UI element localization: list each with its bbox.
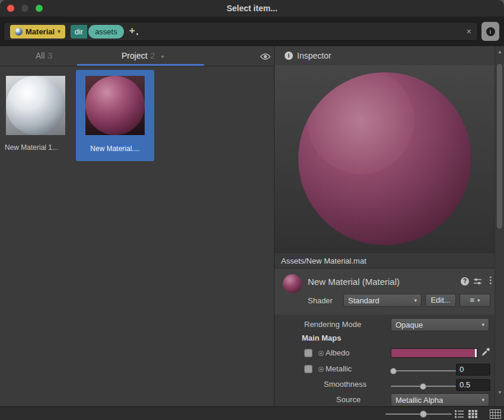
tab-all-count: 3: [48, 51, 53, 60]
scroll-down-icon[interactable]: ▼: [495, 390, 504, 395]
smoothness-value-field[interactable]: 0.5: [456, 379, 490, 391]
more-menu-icon[interactable]: ⋮: [486, 275, 495, 286]
scrollbar-thumb[interactable]: [497, 64, 502, 229]
rendering-mode-label: Rendering Mode: [304, 320, 361, 329]
material-title: New Material (Material): [308, 277, 400, 287]
bottom-bar: [0, 406, 504, 420]
metallic-slider[interactable]: [391, 370, 456, 371]
asset-item-selected[interactable]: New Material....: [76, 70, 154, 161]
chevron-down-icon: ▾: [58, 28, 60, 34]
albedo-color-swatch[interactable]: [391, 348, 477, 358]
tabs-bar: All3 Project2▾: [0, 46, 274, 66]
metallic-slider-thumb[interactable]: [390, 368, 397, 374]
material-inspector-header: New Material (Material) ? ⋮ Shader Stand…: [275, 269, 495, 315]
smoothness-label: Smoothness: [324, 380, 366, 389]
material-preview-sphere: [6, 76, 65, 135]
active-tab-indicator: [77, 64, 204, 66]
inspector-panel: i Inspector Assets/New Material.mat New …: [274, 46, 504, 406]
presets-icon[interactable]: [473, 277, 482, 288]
title-bar: Select item...: [0, 0, 504, 17]
search-input[interactable]: Material ▾ dir assets + ×: [4, 22, 478, 41]
scroll-up-icon[interactable]: ▲: [495, 49, 504, 54]
metallic-value-field[interactable]: 0: [456, 364, 490, 376]
albedo-label: Albedo: [326, 348, 349, 357]
object-picker-window: Select item... Material ▾ dir assets + ×…: [0, 0, 504, 420]
asset-thumbnail-material-2[interactable]: [85, 76, 145, 135]
shader-label: Shader: [308, 296, 333, 305]
filter-dir-value: assets: [88, 25, 124, 39]
help-icon[interactable]: ?: [461, 277, 469, 286]
chevron-down-icon: ▾: [477, 294, 480, 306]
info-button[interactable]: i: [481, 22, 499, 41]
chevron-down-icon: ▾: [414, 297, 417, 303]
shader-dropdown-value: Standard: [348, 296, 379, 305]
add-filter-icon[interactable]: +: [129, 27, 138, 35]
asset-label: New Material 1...: [5, 143, 71, 152]
filter-type-label: Material: [25, 27, 55, 36]
edit-shader-button[interactable]: Edit...: [425, 294, 456, 307]
search-row: Material ▾ dir assets + × i: [0, 17, 504, 47]
dense-grid-view-icon[interactable]: [490, 409, 501, 420]
smoothness-slider-thumb[interactable]: [420, 383, 426, 390]
metallic-target-icon: [318, 367, 324, 372]
thumbnail-size-slider-thumb[interactable]: [420, 411, 427, 418]
inspector-title: Inspector: [297, 46, 331, 65]
material-properties: Rendering Mode Opaque ▾ Main Maps Albedo…: [275, 315, 495, 406]
tab-all[interactable]: All3: [36, 46, 52, 66]
chevron-down-icon: ▾: [481, 322, 484, 328]
filter-type-chip[interactable]: Material ▾: [10, 25, 65, 39]
info-icon: i: [285, 52, 293, 60]
tab-project-label: Project: [122, 51, 148, 60]
tab-project-count: 2: [151, 51, 155, 60]
thumbnail-size-slider[interactable]: [385, 413, 452, 415]
main-maps-heading: Main Maps: [302, 334, 341, 342]
metallic-texture-checkbox[interactable]: [304, 365, 312, 373]
material-icon: [283, 274, 302, 293]
list-icon: ≡: [470, 294, 474, 306]
shader-dropdown[interactable]: Standard ▾: [343, 294, 422, 307]
rendering-mode-value: Opaque: [395, 320, 423, 329]
source-label: Source: [336, 395, 361, 404]
list-view-icon[interactable]: [454, 409, 464, 420]
asset-thumbnail-material-1[interactable]: [6, 76, 65, 135]
clear-search-icon[interactable]: ×: [467, 27, 471, 36]
albedo-target-icon: [318, 351, 324, 356]
asset-path-bar: Assets/New Material.mat: [275, 252, 495, 268]
material-preview-sphere-large: [298, 72, 471, 245]
tab-project[interactable]: Project2▾: [122, 46, 164, 66]
filter-dir-key: dir: [71, 25, 87, 39]
inspector-scrollbar[interactable]: ▲ ▼: [495, 46, 504, 406]
tab-all-label: All: [36, 51, 45, 60]
eye-icon[interactable]: [260, 52, 271, 63]
inspector-header: i Inspector: [275, 46, 495, 66]
rendering-mode-dropdown[interactable]: Opaque ▾: [391, 318, 489, 331]
shader-menu-button[interactable]: ≡ ▾: [460, 294, 490, 307]
chevron-down-icon: ▾: [481, 397, 484, 403]
eyedropper-icon[interactable]: [481, 347, 490, 359]
asset-label: New Material....: [76, 145, 154, 153]
source-dropdown[interactable]: Metallic Alpha ▾: [391, 393, 489, 406]
filter-dir-chip[interactable]: dir assets: [71, 25, 124, 39]
material-preview-area: [275, 65, 495, 252]
grid-view-icon[interactable]: [468, 409, 477, 420]
window-title: Select item...: [0, 0, 504, 17]
info-icon: i: [486, 27, 495, 36]
material-type-icon: [15, 28, 23, 36]
material-preview-sphere: [85, 76, 145, 135]
metallic-label: Metallic: [326, 364, 352, 373]
albedo-texture-checkbox[interactable]: [304, 349, 312, 357]
source-value: Metallic Alpha: [395, 396, 443, 405]
